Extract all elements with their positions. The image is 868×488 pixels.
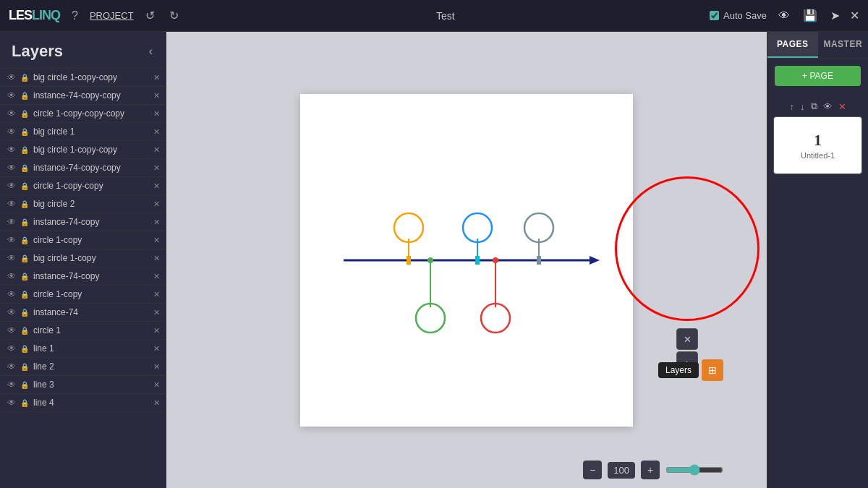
tab-pages[interactable]: PAGES: [767, 32, 818, 58]
layer-lock-icon[interactable]: 🔒: [20, 254, 29, 262]
layer-item[interactable]: 👁 🔒 circle 1-copy-copy-copy ✕: [0, 105, 166, 123]
layer-eye-icon[interactable]: 👁: [7, 199, 16, 209]
layer-remove-icon[interactable]: ✕: [153, 109, 160, 119]
page-visibility-icon[interactable]: 👁: [822, 100, 834, 114]
layer-remove-icon[interactable]: ✕: [153, 145, 160, 155]
layer-remove-icon[interactable]: ✕: [153, 236, 160, 245]
layer-remove-icon[interactable]: ✕: [153, 326, 160, 335]
zoom-in-button[interactable]: +: [641, 461, 660, 479]
layer-item[interactable]: 👁 🔒 circle 1-copy ✕: [0, 286, 166, 304]
layer-item[interactable]: 👁 🔒 big circle 1-copy-copy ✕: [0, 141, 166, 159]
layer-item[interactable]: 👁 🔒 line 3 ✕: [0, 376, 166, 394]
close-float-button[interactable]: ✕: [676, 328, 698, 350]
layer-eye-icon[interactable]: 👁: [7, 217, 16, 227]
layer-remove-icon[interactable]: ✕: [153, 290, 160, 299]
layer-lock-icon[interactable]: 🔒: [20, 291, 29, 299]
layer-eye-icon[interactable]: 👁: [7, 108, 16, 119]
layer-remove-icon[interactable]: ✕: [153, 398, 160, 408]
layer-eye-icon[interactable]: 👁: [7, 253, 16, 263]
layer-eye-icon[interactable]: 👁: [7, 181, 16, 191]
layer-item[interactable]: 👁 🔒 big circle 1-copy-copy ✕: [0, 69, 166, 87]
layer-item[interactable]: 👁 🔒 circle 1-copy ✕: [0, 231, 166, 249]
layer-remove-icon[interactable]: ✕: [153, 344, 160, 354]
page-move-down-icon[interactable]: ↓: [799, 100, 807, 114]
layer-item[interactable]: 👁 🔒 instance-74-copy ✕: [0, 267, 166, 286]
layer-item[interactable]: 👁 🔒 line 4 ✕: [0, 394, 166, 412]
layer-lock-icon[interactable]: 🔒: [20, 200, 29, 208]
layers-tooltip-icon[interactable]: ⊞: [702, 359, 723, 381]
layer-item[interactable]: 👁 🔒 circle 1-copy-copy ✕: [0, 177, 166, 195]
layer-lock-icon[interactable]: 🔒: [20, 164, 29, 172]
layer-eye-icon[interactable]: 👁: [7, 127, 16, 137]
layer-lock-icon[interactable]: 🔒: [20, 345, 29, 353]
layer-item[interactable]: 👁 🔒 big circle 1-copy ✕: [0, 249, 166, 267]
zoom-out-button[interactable]: −: [583, 461, 602, 479]
save-icon[interactable]: 💾: [800, 6, 820, 25]
layer-lock-icon[interactable]: 🔒: [20, 218, 29, 226]
layer-lock-icon[interactable]: 🔒: [20, 128, 29, 136]
tab-master[interactable]: MASTER: [818, 32, 869, 58]
layer-item[interactable]: 👁 🔒 line 1 ✕: [0, 340, 166, 358]
layer-eye-icon[interactable]: 👁: [7, 145, 16, 155]
layer-remove-icon[interactable]: ✕: [153, 272, 160, 281]
project-link[interactable]: PROJECT: [90, 10, 134, 21]
layer-eye-icon[interactable]: 👁: [7, 271, 16, 281]
auto-save-toggle[interactable]: Auto Save: [710, 10, 767, 21]
help-icon[interactable]: ?: [69, 7, 81, 25]
layer-item[interactable]: 👁 🔒 big circle 1 ✕: [0, 123, 166, 141]
layer-remove-icon[interactable]: ✕: [153, 127, 160, 137]
layer-eye-icon[interactable]: 👁: [7, 72, 16, 82]
layer-remove-icon[interactable]: ✕: [153, 308, 160, 317]
layer-lock-icon[interactable]: 🔒: [20, 146, 29, 154]
layer-eye-icon[interactable]: 👁: [7, 343, 16, 354]
layer-item[interactable]: 👁 🔒 instance-74-copy ✕: [0, 213, 166, 231]
layer-eye-icon[interactable]: 👁: [7, 163, 16, 173]
page-duplicate-icon[interactable]: ⧉: [809, 99, 819, 114]
layer-eye-icon[interactable]: 👁: [7, 307, 16, 317]
layer-eye-icon[interactable]: 👁: [7, 361, 16, 372]
auto-save-checkbox[interactable]: [710, 11, 719, 20]
redo-icon[interactable]: ↻: [166, 6, 182, 25]
layer-lock-icon[interactable]: 🔒: [20, 381, 29, 389]
preview-icon[interactable]: 👁: [775, 7, 793, 25]
layer-eye-icon[interactable]: 👁: [7, 398, 16, 408]
layer-remove-icon[interactable]: ✕: [153, 254, 160, 263]
layer-eye-icon[interactable]: 👁: [7, 325, 16, 335]
layer-lock-icon[interactable]: 🔒: [20, 399, 29, 407]
layer-eye-icon[interactable]: 👁: [7, 90, 16, 100]
layer-remove-icon[interactable]: ✕: [153, 218, 160, 227]
layer-lock-icon[interactable]: 🔒: [20, 74, 29, 82]
layer-remove-icon[interactable]: ✕: [153, 73, 160, 82]
layer-remove-icon[interactable]: ✕: [153, 181, 160, 191]
layer-item[interactable]: 👁 🔒 circle 1 ✕: [0, 322, 166, 340]
layer-lock-icon[interactable]: 🔒: [20, 273, 29, 281]
layer-lock-icon[interactable]: 🔒: [20, 236, 29, 244]
layer-lock-icon[interactable]: 🔒: [20, 92, 29, 100]
share-icon[interactable]: ➤: [827, 6, 843, 25]
layer-eye-icon[interactable]: 👁: [7, 380, 16, 390]
layer-lock-icon[interactable]: 🔒: [20, 110, 29, 118]
layer-item[interactable]: 👁 🔒 instance-74 ✕: [0, 304, 166, 322]
layer-eye-icon[interactable]: 👁: [7, 289, 16, 299]
layer-remove-icon[interactable]: ✕: [153, 91, 160, 100]
layer-remove-icon[interactable]: ✕: [153, 362, 160, 372]
layer-item[interactable]: 👁 🔒 line 2 ✕: [0, 358, 166, 376]
layer-remove-icon[interactable]: ✕: [153, 380, 160, 390]
layer-lock-icon[interactable]: 🔒: [20, 363, 29, 371]
add-page-button[interactable]: + PAGE: [775, 66, 861, 86]
layer-lock-icon[interactable]: 🔒: [20, 182, 29, 190]
page-delete-icon[interactable]: ✕: [837, 100, 848, 114]
layer-eye-icon[interactable]: 👁: [7, 235, 16, 245]
layer-remove-icon[interactable]: ✕: [153, 200, 160, 209]
zoom-slider[interactable]: [665, 464, 723, 476]
layer-lock-icon[interactable]: 🔒: [20, 309, 29, 317]
canvas-area[interactable]: ✕ › Layers ⊞ − 100 +: [166, 32, 767, 488]
layer-lock-icon[interactable]: 🔒: [20, 327, 29, 335]
page-move-up-icon[interactable]: ↑: [788, 100, 796, 114]
close-icon[interactable]: ✕: [850, 9, 859, 22]
undo-icon[interactable]: ↺: [142, 6, 158, 25]
collapse-layers-button[interactable]: ‹: [145, 43, 157, 59]
layer-item[interactable]: 👁 🔒 instance-74-copy-copy ✕: [0, 87, 166, 105]
layer-remove-icon[interactable]: ✕: [153, 163, 160, 173]
layer-item[interactable]: 👁 🔒 big circle 2 ✕: [0, 195, 166, 213]
